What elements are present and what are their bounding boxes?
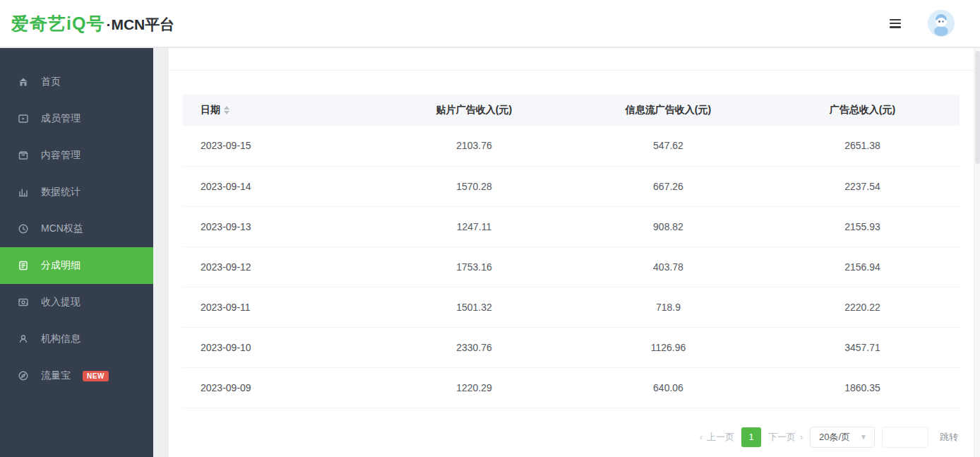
- cell-feed: 718.9: [571, 287, 765, 327]
- table-row: 2023-09-10 2330.76 1126.96 3457.71: [183, 327, 960, 367]
- detail-icon: [18, 260, 29, 271]
- chevron-down-icon: ▼: [860, 433, 867, 441]
- cell-date: 2023-09-15: [183, 126, 377, 166]
- user-avatar[interactable]: [928, 10, 955, 37]
- column-header-feed-income: 信息流广告收入(元): [571, 95, 765, 126]
- cell-date: 2023-09-11: [183, 287, 377, 327]
- column-header-date[interactable]: 日期: [183, 95, 377, 126]
- org-icon: [18, 333, 29, 345]
- sidebar-item-traffic[interactable]: 流量宝 NEW: [0, 357, 153, 394]
- content-subheader: [169, 48, 974, 71]
- menu-icon[interactable]: [890, 19, 901, 28]
- jump-button[interactable]: 跳转: [940, 431, 958, 444]
- sidebar-item-label: 成员管理: [41, 112, 80, 125]
- table-row: 2023-09-14 1570.28 667.26 2237.54: [183, 166, 960, 206]
- app-logo[interactable]: 爱奇艺iQ号 ·MCN平台: [11, 12, 174, 35]
- cell-preroll: 1501.32: [377, 287, 571, 327]
- cell-preroll: 1247.11: [377, 206, 571, 247]
- cell-feed: 667.26: [571, 166, 765, 206]
- cell-total: 2155.93: [765, 206, 960, 247]
- sidebar-item-label: 首页: [41, 76, 61, 88]
- table-row: 2023-09-15 2103.76 547.62 2651.38: [183, 126, 960, 166]
- next-page-button[interactable]: 下一页 ›: [768, 431, 803, 444]
- sidebar-item-content[interactable]: 内容管理: [0, 137, 153, 174]
- cell-total: 2220.22: [765, 287, 960, 327]
- home-icon: [18, 76, 29, 88]
- column-header-total-income: 广告总收入(元): [765, 95, 960, 126]
- table-row: 2023-09-12 1753.16 403.78 2156.94: [183, 247, 960, 287]
- cell-feed: 1126.96: [571, 327, 765, 367]
- new-badge: NEW: [83, 371, 109, 381]
- sort-caret-icon[interactable]: [224, 106, 229, 114]
- main-content: 日期 贴片广告收入(元) 信息流广告收入(元) 广告总收入(元) 2023-09…: [169, 48, 980, 457]
- cell-feed: 547.62: [571, 126, 765, 166]
- prev-page-button[interactable]: ‹ 上一页: [700, 431, 734, 444]
- sidebar-item-label: 流量宝: [41, 369, 71, 382]
- cell-preroll: 1570.28: [377, 166, 571, 206]
- cell-date: 2023-09-13: [183, 206, 377, 247]
- sidebar-nav: 首页 成员管理 内容管理 数据统计 MCN权益: [0, 48, 153, 457]
- content-icon: [18, 150, 29, 161]
- cell-preroll: 1753.16: [377, 247, 571, 287]
- page-number-1[interactable]: 1: [741, 427, 761, 447]
- cell-preroll: 2103.76: [377, 126, 571, 166]
- sidebar-item-stats[interactable]: 数据统计: [0, 174, 153, 210]
- sidebar-item-home[interactable]: 首页: [0, 64, 153, 100]
- cell-date: 2023-09-12: [183, 247, 377, 287]
- jump-page-input[interactable]: [882, 427, 928, 448]
- table-row: 2023-09-13 1247.11 908.82 2155.93: [183, 206, 960, 247]
- sidebar-item-label: 收入提现: [41, 296, 80, 309]
- platform-text: ·MCN平台: [106, 15, 174, 35]
- column-header-preroll-income: 贴片广告收入(元): [377, 95, 571, 126]
- avatar-character-icon: [928, 10, 955, 37]
- vertical-scrollbar[interactable]: [974, 48, 980, 457]
- table-row: 2023-09-11 1501.32 718.9 2220.22: [183, 287, 960, 327]
- app-header: 爱奇艺iQ号 ·MCN平台: [0, 0, 980, 48]
- cell-preroll: 1220.29: [377, 367, 571, 408]
- sidebar-item-label: 内容管理: [41, 149, 80, 162]
- brand-text: 爱奇艺iQ号: [11, 12, 104, 35]
- table-header-row: 日期 贴片广告收入(元) 信息流广告收入(元) 广告总收入(元): [183, 95, 960, 126]
- sidebar-item-revenue-detail[interactable]: 分成明细: [0, 247, 153, 284]
- clock-icon: [18, 223, 29, 235]
- revenue-table-panel: 日期 贴片广告收入(元) 信息流广告收入(元) 广告总收入(元) 2023-09…: [183, 95, 960, 408]
- page-size-select[interactable]: 20条/页 ▼: [810, 427, 875, 448]
- content-gutter: [153, 48, 169, 457]
- sidebar-item-label: 机构信息: [41, 333, 80, 345]
- scrollbar-thumb[interactable]: [975, 51, 980, 164]
- cell-preroll: 2330.76: [377, 327, 571, 367]
- sidebar-item-members[interactable]: 成员管理: [0, 100, 153, 137]
- stats-icon: [18, 186, 29, 198]
- sidebar-item-label: MCN权益: [41, 222, 83, 235]
- sidebar-item-mcn-rights[interactable]: MCN权益: [0, 210, 153, 247]
- chevron-right-icon: ›: [800, 432, 803, 442]
- cell-date: 2023-09-09: [183, 367, 377, 408]
- table-row: 2023-09-09 1220.29 640.06 1860.35: [183, 367, 960, 408]
- traffic-icon: [18, 370, 29, 381]
- cell-total: 1860.35: [765, 367, 960, 408]
- cell-feed: 403.78: [571, 247, 765, 287]
- cell-total: 2651.38: [765, 126, 960, 166]
- sidebar-item-label: 分成明细: [41, 259, 80, 272]
- sidebar-item-label: 数据统计: [41, 186, 80, 198]
- chevron-left-icon: ‹: [700, 432, 703, 442]
- withdraw-icon: [18, 297, 29, 308]
- members-icon: [18, 113, 29, 124]
- cell-total: 2156.94: [765, 247, 960, 287]
- cell-date: 2023-09-14: [183, 166, 377, 206]
- pagination: ‹ 上一页 1 下一页 › 20条/页 ▼ 跳转: [169, 427, 958, 448]
- cell-feed: 908.82: [571, 206, 765, 247]
- sidebar-item-withdraw[interactable]: 收入提现: [0, 284, 153, 321]
- cell-date: 2023-09-10: [183, 327, 377, 367]
- revenue-table: 日期 贴片广告收入(元) 信息流广告收入(元) 广告总收入(元) 2023-09…: [183, 95, 960, 408]
- cell-total: 2237.54: [765, 166, 960, 206]
- cell-feed: 640.06: [571, 367, 765, 408]
- cell-total: 3457.71: [765, 327, 960, 367]
- sidebar-item-org-info[interactable]: 机构信息: [0, 321, 153, 357]
